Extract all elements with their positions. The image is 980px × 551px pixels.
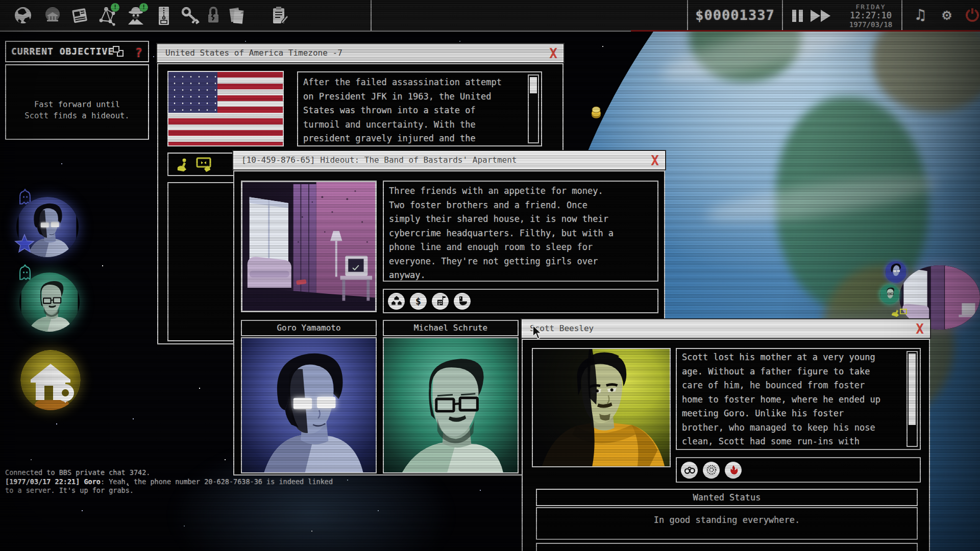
mouse-cursor	[532, 325, 544, 340]
person-window-titlebar[interactable]: Scott Beesley X	[522, 319, 930, 338]
sidebar-avatar-michael[interactable]	[19, 272, 80, 332]
lockpick-icon[interactable]	[204, 5, 225, 27]
objective-title: CURRENT OBJECTIVE	[11, 46, 114, 57]
hideout-window-titlebar[interactable]: [10-459-876-65] Hideout: The Band of Bas…	[233, 151, 665, 169]
member-name-plate: Goro Yamamoto	[241, 320, 377, 336]
clock-date: 1977/03/18	[841, 20, 900, 29]
wanted-status-box: In good standing everywhere.	[536, 507, 918, 540]
notes-icon[interactable]	[270, 5, 290, 27]
hideout-description: Three friends with an appetite for money…	[384, 182, 620, 283]
chat-log: Connected to BBS private chat 3742. [197…	[5, 468, 352, 495]
objective-panel: Fast forward until Scott finds a hideout…	[5, 64, 149, 140]
clock-time: 12:27:10	[841, 11, 900, 20]
person-bio-scrollbar[interactable]	[906, 351, 918, 447]
money-counter: $00001337	[687, 0, 783, 31]
country-scrollbar[interactable]	[528, 74, 539, 143]
coin-icon[interactable]	[590, 105, 602, 119]
hideout-found-icon[interactable]	[20, 350, 81, 410]
hacker-icon[interactable]: !	[126, 5, 146, 27]
newspaper-icon[interactable]	[69, 5, 90, 27]
person-bio-box: Scott lost his mother at a very young ag…	[676, 348, 921, 450]
map-avatar-goro[interactable]	[885, 261, 906, 283]
star-icon	[14, 234, 35, 254]
hacker-activity-icon	[175, 157, 192, 172]
chat-line: Connected to BBS private chat 3742.	[5, 468, 352, 478]
close-icon[interactable]: X	[916, 321, 924, 337]
member-portrait-goro[interactable]	[241, 337, 377, 473]
person-extra-box	[536, 543, 918, 551]
game-clock: FRIDAY 12:27:10 1977/03/18	[841, 3, 900, 29]
flag-canton	[168, 72, 217, 113]
pause-button-bar2[interactable]	[799, 10, 803, 22]
popout-icon-2[interactable]	[113, 46, 119, 53]
flame-icon	[725, 462, 742, 479]
map-avatar-michael[interactable]	[880, 285, 899, 304]
chat-message-author: [1977/03/17 22:21] Goro	[5, 478, 101, 486]
key-icon[interactable]	[180, 5, 200, 27]
objective-text: Fast forward until Scott finds a hideout…	[21, 99, 133, 121]
network-icon[interactable]: !	[97, 5, 117, 27]
handcuffs-icon	[681, 462, 698, 479]
person-bio: Scott lost his mother at a very young ag…	[677, 349, 883, 447]
country-window-title: United States of America Timezone -7	[165, 48, 342, 58]
fast-forward-icon[interactable]	[811, 10, 820, 22]
houses-icon	[388, 293, 405, 310]
close-icon[interactable]: X	[549, 45, 557, 62]
member-portrait-michael[interactable]	[383, 337, 519, 473]
hideout-photo	[241, 181, 377, 312]
fast-forward-icon-2[interactable]	[821, 10, 830, 22]
person-tags-box	[676, 457, 921, 483]
ghost-icon-michael	[17, 264, 33, 281]
pause-button[interactable]	[792, 10, 796, 22]
chat-message: [1977/03/17 22:21] Goro: Yeah, the phone…	[5, 478, 343, 495]
close-icon[interactable]: X	[651, 153, 659, 169]
toolbar-separator	[901, 0, 902, 31]
dollar-icon: $	[410, 293, 427, 310]
country-description: After the failed assassination attempt o…	[298, 72, 506, 146]
scroll-thumb[interactable]	[530, 77, 537, 93]
scroll-thumb[interactable]	[909, 354, 916, 425]
world-icon[interactable]	[13, 5, 34, 27]
toolbar-underline	[631, 30, 980, 32]
notification-badge: !	[139, 3, 148, 12]
toolbar-separator	[371, 0, 372, 31]
hideout-window-title: [10-459-876-65] Hideout: The Band of Bas…	[241, 155, 517, 165]
game-screen: CURRENT OBJECTIVE ? Fast forward until S…	[0, 0, 980, 551]
building-flag-icon	[432, 293, 449, 310]
person-window-body: Scott lost his mother at a very young ag…	[522, 339, 930, 551]
objective-header: CURRENT OBJECTIVE ?	[5, 41, 149, 62]
wanted-status-header: Wanted Status	[536, 489, 918, 506]
notification-badge: !	[111, 3, 119, 12]
gear-icon[interactable]: ⚙	[942, 4, 951, 26]
music-icon[interactable]: ♫	[916, 4, 925, 26]
map-activity-icon	[890, 307, 908, 317]
person-portrait-scott	[532, 348, 671, 467]
top-toolbar: ! !	[0, 0, 980, 32]
member-name-plate: Michael Schrute	[383, 320, 519, 336]
server-activity-icon	[195, 157, 214, 173]
hideout-description-box: Three friends with an appetite for money…	[383, 181, 658, 282]
help-icon[interactable]: ?	[135, 44, 143, 63]
clock-day: FRIDAY	[841, 3, 900, 11]
copy-icon[interactable]	[227, 5, 247, 27]
toilet-icon	[454, 293, 471, 310]
dossier-icon[interactable]	[154, 5, 175, 27]
city-icon[interactable]	[43, 5, 63, 27]
country-window-titlebar[interactable]: United States of America Timezone -7 X	[157, 44, 564, 62]
country-description-box: After the failed assassination attempt o…	[297, 71, 542, 146]
usa-flag	[167, 71, 284, 146]
wanted-status-text: In good standing everywhere.	[654, 513, 800, 527]
target-icon	[703, 462, 720, 479]
power-icon[interactable]	[965, 7, 980, 29]
hideout-tags-box: $	[383, 289, 658, 313]
